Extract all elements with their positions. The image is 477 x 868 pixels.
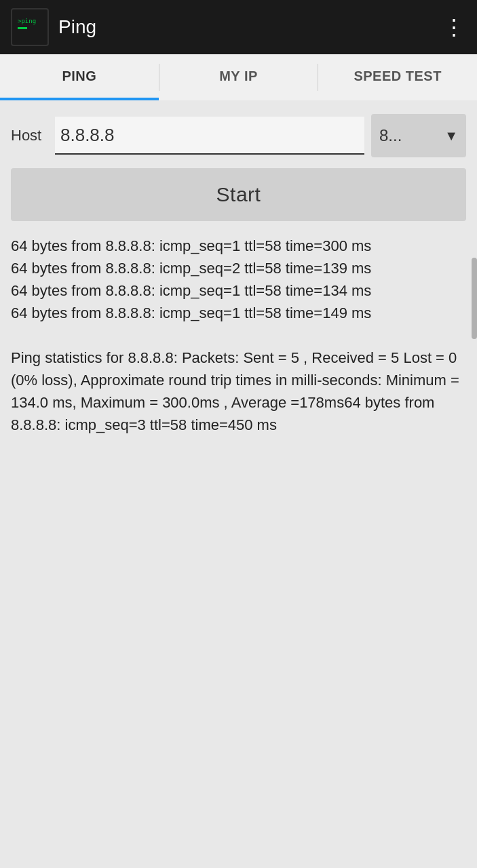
host-dropdown[interactable]: 8... ▼ bbox=[371, 114, 466, 157]
output-line-2: 64 bytes from 8.8.8.8: icmp_seq=2 ttl=58… bbox=[11, 257, 466, 279]
topbar-left: >ping Ping bbox=[11, 8, 96, 46]
tab-ping[interactable]: PING bbox=[0, 54, 159, 100]
tab-speedtest[interactable]: SPEED TEST bbox=[318, 54, 477, 100]
output-line-4: 64 bytes from 8.8.8.8: icmp_seq=1 ttl=58… bbox=[11, 302, 466, 324]
chevron-down-icon: ▼ bbox=[444, 128, 458, 144]
scrollbar[interactable] bbox=[472, 258, 477, 339]
tab-myip[interactable]: MY IP bbox=[159, 54, 318, 100]
host-label: Host bbox=[11, 127, 48, 144]
output-line-1: 64 bytes from 8.8.8.8: icmp_seq=1 ttl=58… bbox=[11, 235, 466, 257]
svg-text:>ping: >ping bbox=[18, 18, 36, 24]
more-options-icon[interactable]: ⋮ bbox=[443, 14, 466, 40]
output-line-5: Ping statistics for 8.8.8.8: Packets: Se… bbox=[11, 347, 466, 436]
svg-rect-1 bbox=[18, 27, 27, 29]
output-area: 64 bytes from 8.8.8.8: icmp_seq=1 ttl=58… bbox=[11, 235, 466, 436]
host-row: Host 8... ▼ bbox=[11, 114, 466, 157]
start-button[interactable]: Start bbox=[11, 168, 466, 221]
tab-bar: PING MY IP SPEED TEST bbox=[0, 54, 477, 100]
host-input[interactable] bbox=[55, 117, 364, 155]
main-content: Host 8... ▼ Start 64 bytes from 8.8.8.8:… bbox=[0, 100, 477, 447]
app-icon: >ping bbox=[11, 8, 49, 46]
output-line-3: 64 bytes from 8.8.8.8: icmp_seq=1 ttl=58… bbox=[11, 279, 466, 302]
top-bar: >ping Ping ⋮ bbox=[0, 0, 477, 54]
app-title: Ping bbox=[58, 16, 96, 38]
dropdown-text: 8... bbox=[379, 126, 402, 145]
